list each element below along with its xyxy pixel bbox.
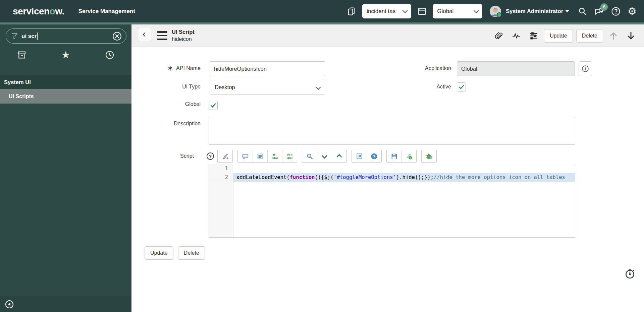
global-checkbox[interactable] — [209, 101, 218, 110]
update-button-header[interactable]: Update — [544, 29, 573, 43]
active-checkbox[interactable] — [457, 82, 466, 91]
back-button[interactable] — [138, 28, 151, 41]
application-label: Application — [397, 65, 451, 71]
presence-dot — [497, 12, 502, 17]
description-textarea[interactable] — [209, 117, 575, 145]
script-help-icon[interactable]: ? — [206, 152, 215, 161]
paperclip-icon[interactable] — [495, 32, 503, 40]
app-title: Service Management — [78, 8, 135, 15]
top-banner: servicenow. Service Management incident … — [0, 0, 644, 22]
checkmark-icon — [210, 102, 216, 109]
filter-text: ui scr — [21, 33, 37, 40]
record-name-subtitle: hideicon — [172, 36, 195, 43]
connect-chat-icon[interactable]: 6 — [594, 6, 604, 16]
all-applications-icon[interactable] — [0, 44, 44, 66]
previous-record-icon[interactable] — [608, 31, 619, 41]
app-window-icon[interactable] — [417, 7, 427, 16]
activity-stream-icon[interactable] — [512, 31, 521, 41]
find-next-icon[interactable] — [317, 150, 332, 162]
line-number-gutter — [209, 182, 233, 237]
svg-text:?: ? — [209, 154, 212, 159]
replace-icon[interactable]: abac — [267, 150, 282, 162]
debug-icon[interactable] — [422, 150, 436, 162]
history-icon[interactable] — [88, 44, 131, 66]
editor-search-icon[interactable] — [302, 150, 317, 162]
svg-text:ab: ab — [272, 153, 276, 156]
ui-type-label: UI Type — [147, 84, 201, 90]
next-record-icon[interactable] — [626, 31, 636, 41]
help-icon[interactable] — [611, 6, 621, 16]
ui-type-select[interactable]: Desktop — [210, 80, 325, 95]
response-time-stopwatch-icon[interactable] — [624, 267, 636, 279]
text-cursor — [37, 33, 38, 40]
settings-icon[interactable]: ⚙ — [628, 6, 637, 16]
svg-text:ac: ac — [275, 157, 278, 160]
find-previous-icon[interactable] — [332, 150, 346, 162]
favorites-icon[interactable]: ★ — [44, 44, 88, 66]
toggle-comment-icon[interactable] — [238, 150, 253, 162]
editor-help-icon[interactable]: ? — [367, 150, 381, 162]
funnel-icon — [11, 32, 18, 40]
api-name-label: API Name — [147, 65, 201, 71]
line-number: 2 — [209, 173, 233, 182]
form-context-menu-icon[interactable] — [157, 31, 167, 40]
filter-navigator-input[interactable]: ui scr — [6, 28, 126, 44]
open-in-new-window-icon[interactable] — [352, 150, 367, 162]
clear-filter-icon[interactable] — [112, 31, 122, 41]
nav-section-system-ui: System UI — [0, 75, 131, 89]
copy-pages-icon[interactable] — [347, 7, 356, 16]
delete-button-footer[interactable]: Delete — [178, 246, 205, 260]
svg-text:?: ? — [373, 154, 375, 158]
script-label: Script — [140, 153, 194, 159]
active-label: Active — [397, 84, 451, 90]
chevron-down-icon — [402, 8, 408, 13]
application-readonly-field: Global — [457, 61, 575, 76]
mandatory-indicator — [167, 65, 173, 71]
update-button-footer[interactable]: Update — [145, 246, 173, 260]
chat-badge: 6 — [600, 3, 608, 11]
user-avatar[interactable] — [490, 6, 501, 17]
application-info-icon[interactable] — [579, 61, 592, 76]
svg-text:ac: ac — [290, 157, 293, 160]
save-icon[interactable] — [387, 150, 401, 162]
line-number: 1 — [209, 164, 233, 173]
navigator-tabs: ★ — [0, 44, 131, 66]
chevron-down-icon — [316, 85, 321, 90]
script-code-editor[interactable]: 12addLateLoadEvent(function(){$j('#toggl… — [209, 164, 575, 238]
svg-text:ab: ab — [287, 153, 290, 156]
servicenow-logo: servicenow. — [13, 6, 64, 17]
update-set-picker[interactable]: incident tas — [362, 4, 411, 18]
user-menu[interactable]: System Administrator — [506, 8, 563, 14]
script-editor-toolbar: abacabac? — [217, 150, 441, 163]
validate-script-icon[interactable] — [401, 150, 416, 162]
caret-down-icon[interactable] — [565, 10, 569, 12]
form-header: UI Script hideicon Update Delete — [131, 24, 644, 47]
form-settings-icon[interactable] — [529, 31, 538, 41]
code-line[interactable]: 1 — [209, 164, 575, 173]
code-line[interactable]: 2addLateLoadEvent(function(){$j('#toggle… — [209, 173, 575, 182]
global-label: Global — [147, 101, 201, 107]
checkmark-icon — [458, 84, 465, 90]
application-navigator: ui scr ★ System UI UI — [0, 24, 131, 312]
delete-button-header[interactable]: Delete — [576, 29, 603, 43]
format-code-icon[interactable] — [218, 150, 232, 162]
sidebar-item-ui-scripts[interactable]: UI Scripts — [0, 89, 131, 104]
application-scope-picker[interactable]: Global — [433, 4, 482, 18]
replace-all-icon[interactable]: abac — [282, 150, 297, 162]
sidebar-footer — [0, 296, 131, 312]
comment-lines-icon[interactable] — [253, 150, 267, 162]
search-icon[interactable] — [578, 7, 587, 16]
description-label: Description — [147, 121, 201, 127]
chevron-down-icon — [474, 8, 479, 13]
record-type-title: UI Script — [172, 28, 195, 36]
api-name-input[interactable] — [210, 61, 325, 76]
collapse-sidebar-icon[interactable] — [5, 300, 14, 309]
